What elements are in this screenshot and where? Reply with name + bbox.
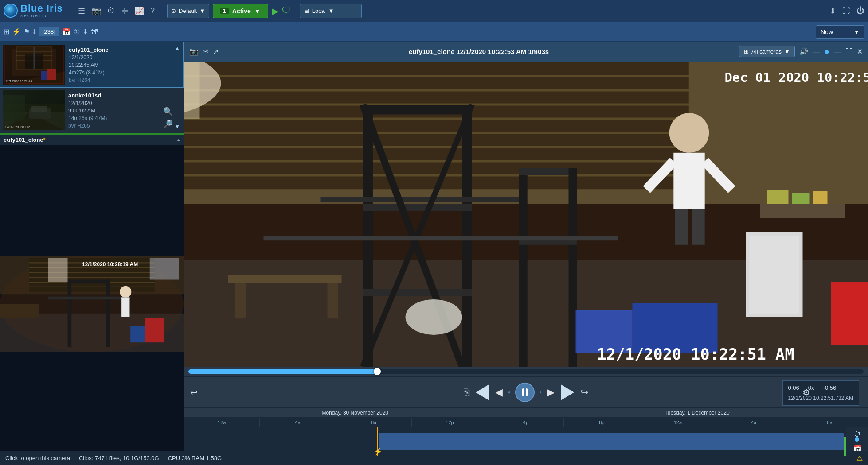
hour-8a-right: 8a [792, 418, 868, 427]
video-header: 📷 ✂ ↗ eufy101_clone 12/1/2020 10:22:53 A… [184, 42, 868, 62]
status-bar: Click to open this camera Clips: 7471 fi… [0, 451, 868, 465]
video-header-icons: 📷 ✂ ↗ [189, 47, 219, 56]
hour-12a-left: 12a [184, 418, 260, 427]
svg-text:12/1/2020  10:22:51 AM: 12/1/2020 10:22:51 AM [597, 345, 794, 363]
svg-rect-37 [130, 326, 145, 342]
svg-rect-73 [363, 204, 472, 211]
svg-rect-109 [792, 193, 810, 204]
step-forward-button[interactable]: ▶ [543, 384, 559, 401]
pin-right-icon[interactable]: ⚙ [802, 387, 810, 398]
status-click-msg: Click to open this camera [5, 455, 70, 461]
chart-icon[interactable]: 📈 [134, 6, 144, 16]
zoom-in-icon[interactable]: 🔍 [163, 107, 173, 116]
clip-info-1: eufy101_clone 12/1/2020 10:22:45 AM 4m27… [69, 45, 109, 85]
zoom-out-icon[interactable]: 🔎 [163, 119, 173, 129]
clip-size-1: 4m27s (8.41M) [69, 70, 109, 76]
main-layout: 12/1/2020 10:22:45 eufy101_clone 12/1/20… [0, 42, 868, 465]
svg-rect-35 [0, 304, 39, 318]
svg-rect-18 [3, 95, 25, 121]
layout-icon[interactable]: ⊞ [4, 27, 9, 36]
clip-count-badge: [238] [39, 27, 59, 36]
help-icon[interactable]: ? [150, 6, 155, 16]
clip-item-2[interactable]: 12/1/2020 9:00:02 annke101sd 12/1/2020 9… [0, 88, 184, 133]
hour-12a-right: 12a [640, 418, 716, 427]
scroll-up-arrow[interactable]: ▲ [173, 43, 182, 53]
live-cam-star: * [43, 136, 46, 143]
calendar-icon[interactable]: 📅 [62, 27, 71, 36]
list-icon[interactable]: ☰ [78, 6, 85, 16]
progress-thumb[interactable] [374, 368, 381, 375]
svg-rect-105 [328, 283, 338, 318]
export-icon[interactable]: ↗ [213, 47, 219, 56]
fullscreen-icon[interactable]: ⛶ [845, 48, 852, 56]
crosshair-icon[interactable]: ✛ [121, 6, 128, 16]
remaining-time: -0:56 [823, 384, 837, 393]
lightning-icon[interactable]: ⚡ [12, 27, 21, 36]
clip-item-1[interactable]: 12/1/2020 10:22:45 eufy101_clone 12/1/20… [0, 42, 184, 88]
scroll-down-arrow[interactable]: ▼ [173, 122, 182, 132]
skip-to-end-button[interactable]: ↪ [576, 384, 593, 401]
local-label: Local [312, 8, 326, 14]
clip-thumb-1: 12/1/2020 10:22:45 [3, 45, 65, 85]
all-cameras-button[interactable]: ⊞ All cameras ▼ [739, 46, 795, 57]
pause-button[interactable] [515, 383, 535, 402]
flag-icon[interactable]: ⚑ [23, 27, 30, 36]
video-area[interactable]: Dec 01 2020 10:22:51 AM 12/1/2020 10:22:… [184, 62, 868, 367]
svg-rect-9 [47, 69, 56, 80]
logo-security-text: SECURITY [20, 14, 63, 19]
svg-point-88 [669, 113, 709, 153]
expand-icon[interactable]: ⛶ [842, 6, 850, 16]
hour-4a-left: 4a [260, 418, 336, 427]
map-icon[interactable]: 🗺 [91, 28, 98, 36]
svg-text:12/1/2020 10:22:45: 12/1/2020 10:22:45 [5, 80, 32, 83]
controls-bar: ↩ ⎘ ◀ ● ● ▶ ↪ 0:06 0x -0:56 [184, 376, 868, 407]
skip-to-start-icon[interactable]: ↩ [190, 387, 198, 398]
timeline-hours: 12a 4a 8a 12p 4p 8p 12a 4a 8a [184, 418, 868, 427]
second-bar: ⊞ ⚡ ⚑ ⤵ [238] 📅 ① ⬇ 🗺 New ▼ [0, 22, 868, 42]
rewind-fast-button[interactable] [476, 384, 489, 400]
top-bar: Blue Iris SECURITY ☰ 📷 ⏱ ✛ 📈 ? ⊙ Default… [0, 0, 868, 22]
move-icon[interactable]: ⤵ [32, 28, 36, 36]
play-icon[interactable]: ▶ [272, 6, 278, 16]
local-dropdown[interactable]: 🖥 Local ▼ [300, 4, 362, 18]
pause-icon [522, 388, 528, 396]
active-label: Active [232, 8, 251, 15]
status-system-info: CPU 3% RAM 1.58G [168, 455, 222, 461]
timeline-dates: Monday, 30 November 2020 Tuesday, 1 Dece… [184, 408, 868, 418]
fast-forward-button[interactable] [561, 384, 574, 400]
clip-thumb-garage: 12/1/2020 10:22:45 [3, 45, 65, 85]
clock-icon[interactable]: ⏱ [107, 6, 115, 16]
shield-icon[interactable]: 🛡 [282, 6, 291, 16]
crop-icon[interactable]: ✂ [203, 47, 208, 56]
svg-rect-108 [767, 190, 789, 204]
chevron-local-icon: ▼ [328, 8, 334, 14]
camera-icon[interactable]: 📷 [91, 6, 101, 16]
timeline-lightning-icon: ⚡ [374, 447, 383, 456]
step-back-button[interactable]: ◀ [491, 384, 507, 401]
svg-rect-82 [264, 236, 618, 240]
speaker-dot-icon: ● [824, 46, 829, 57]
skip-back-button[interactable]: ⎘ [459, 384, 474, 401]
live-cam-name: eufy101_clone* [4, 136, 46, 143]
hour-4a-right: 4a [716, 418, 792, 427]
profile-dropdown[interactable]: ⊙ Default ▼ [167, 4, 209, 18]
clip-date-1: 12/1/2020 [69, 54, 109, 61]
speaker-minus-icon[interactable]: — [813, 48, 820, 56]
speaker-plus-icon[interactable]: — [834, 48, 841, 56]
save-icon[interactable]: ⬇ [82, 27, 88, 36]
close-video-icon[interactable]: ✕ [857, 47, 863, 56]
main-video-svg: Dec 01 2020 10:22:51 AM 12/1/2020 10:22:… [184, 62, 868, 367]
active-button[interactable]: 1 Active ▼ [213, 4, 268, 18]
progress-bar[interactable] [188, 369, 864, 374]
logo-blue-text: Blue Iris [20, 3, 63, 14]
volume-icon[interactable]: 🔊 [799, 47, 808, 56]
timeline-clip-bar-main [379, 433, 844, 450]
download-icon[interactable]: ⬇ [829, 6, 836, 16]
new-filter-dropdown[interactable]: New ▼ [816, 25, 864, 39]
monitor-icon: 🖥 [304, 8, 309, 14]
number-icon[interactable]: ① [74, 27, 80, 36]
camera-add-icon[interactable]: 📷 [189, 47, 198, 56]
live-camera-section: eufy101_clone* ● [0, 133, 184, 465]
new-label: New [821, 28, 833, 35]
power-icon[interactable]: ⏻ [856, 6, 864, 16]
